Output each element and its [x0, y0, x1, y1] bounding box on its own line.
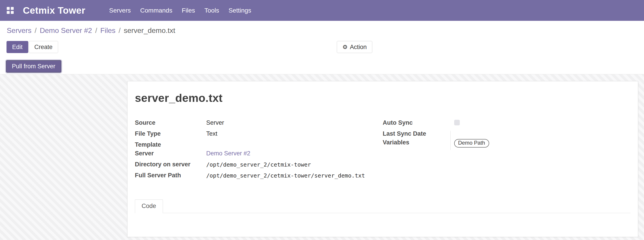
field-row-last-sync-date: Last Sync Date [383, 130, 631, 139]
field-label-variables: Variables [383, 139, 454, 146]
field-row-directory: Directory on server /opt/demo_server_2/c… [135, 161, 383, 172]
field-label-server: Server [135, 150, 206, 157]
field-value-source: Server [206, 119, 224, 126]
field-value-file-type: Text [206, 130, 218, 137]
field-row-full-path: Full Server Path /opt/demo_server_2/cetm… [135, 172, 383, 183]
notebook-tabs: Code [135, 200, 630, 213]
apps-grid-square [11, 7, 14, 10]
breadcrumb-files[interactable]: Files [100, 26, 116, 35]
field-row-variables: Variables Demo Path [383, 139, 631, 150]
action-button-label: Action [350, 44, 367, 51]
auto-sync-checkbox[interactable] [454, 120, 460, 125]
breadcrumb-demo-server-2[interactable]: Demo Server #2 [40, 26, 92, 35]
field-label-source: Source [135, 119, 206, 126]
record-sheet: server_demo.txt Source Server File Type … [127, 81, 638, 237]
tab-code-content [135, 213, 630, 237]
menu-item-commands[interactable]: Commands [136, 0, 177, 21]
menu-item-tools[interactable]: Tools [200, 0, 224, 21]
field-label-directory: Directory on server [135, 161, 206, 168]
app-brand-title[interactable]: Cetmix Tower [23, 5, 85, 16]
field-row-file-type: File Type Text [135, 130, 383, 141]
page: Cetmix Tower Servers Commands Files Tool… [0, 0, 644, 240]
breadcrumb: Servers / Demo Server #2 / Files / serve… [7, 26, 175, 35]
server-record-link[interactable]: Demo Server #2 [206, 150, 250, 157]
field-groups: Source Server File Type Text Template Se… [135, 119, 630, 183]
apps-grid-icon[interactable] [7, 7, 14, 14]
field-row-source: Source Server [135, 119, 383, 130]
field-label-template: Template [135, 141, 206, 148]
main-menu: Servers Commands Files Tools Settings [104, 0, 256, 21]
field-label-last-sync-date: Last Sync Date [383, 130, 454, 137]
gear-icon: ⚙ [342, 44, 348, 50]
create-button[interactable]: Create [29, 41, 58, 53]
field-label-file-type: File Type [135, 130, 206, 137]
breadcrumb-servers[interactable]: Servers [7, 26, 32, 35]
field-row-auto-sync: Auto Sync [383, 119, 631, 130]
breadcrumb-separator: / [95, 26, 97, 35]
apps-grid-square [7, 11, 10, 14]
field-label-full-path: Full Server Path [135, 172, 206, 179]
menu-item-files[interactable]: Files [177, 0, 200, 21]
field-row-server: Server Demo Server #2 [135, 150, 383, 161]
breadcrumb-separator: / [119, 26, 121, 35]
action-button[interactable]: ⚙ Action [337, 41, 372, 53]
menu-item-settings[interactable]: Settings [224, 0, 256, 21]
record-title: server_demo.txt [135, 92, 630, 105]
edit-button[interactable]: Edit [6, 41, 28, 53]
field-value-full-path: /opt/demo_server_2/cetmix-tower/server_d… [206, 172, 365, 179]
tab-code[interactable]: Code [135, 200, 163, 213]
right-field-group: Auto Sync Last Sync Date Variables Demo … [383, 119, 631, 183]
field-row-template: Template [135, 141, 383, 150]
pull-from-server-button[interactable]: Pull from Server [6, 60, 61, 73]
form-content-area: server_demo.txt Source Server File Type … [0, 74, 644, 240]
apps-grid-square [11, 11, 14, 14]
left-field-group: Source Server File Type Text Template Se… [135, 119, 383, 183]
variables-tag-list: Demo Path [454, 139, 489, 147]
apps-grid-square [7, 7, 10, 10]
field-value-directory: /opt/demo_server_2/cetmix-tower [206, 161, 311, 168]
field-column-divider [450, 131, 450, 150]
breadcrumb-separator: / [34, 26, 36, 35]
field-label-auto-sync: Auto Sync [383, 119, 454, 126]
variable-tag-demo-path: Demo Path [454, 139, 489, 147]
menu-item-servers[interactable]: Servers [104, 0, 135, 21]
top-navbar: Cetmix Tower Servers Commands Files Tool… [0, 0, 644, 21]
breadcrumb-current-file: server_demo.txt [124, 26, 175, 35]
